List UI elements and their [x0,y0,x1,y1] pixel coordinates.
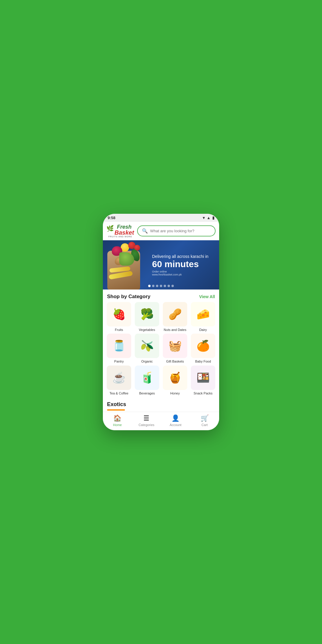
category-label-organic: Organic [141,359,153,363]
banner-content: Delivering all across karachi in 60 minu… [103,240,219,290]
search-icon: 🔍 [142,228,148,234]
banner-illustration [103,240,148,290]
dot-3 [156,285,158,287]
category-label-dairy: Dairy [199,328,207,332]
category-label-nuts-dates: Nuts and Dates [164,328,186,332]
bottom-navigation: 🏠Home☰Categories👤Account🛒Cart [103,412,219,430]
category-image-baby-food: 🍊 [191,334,215,358]
category-image-dairy: 🧀 [191,302,215,326]
nav-item-account[interactable]: 👤Account [161,414,190,427]
category-label-vegetables: Vegetables [139,328,155,332]
category-label-pantry: Pantry [114,359,124,363]
phone-frame: 9:58 ▾ ▲ ▮ 🌿 Fresh Basket FRUITS AND MOR… [103,214,219,430]
dot-4 [160,285,162,287]
category-label-baby-food: Baby Food [195,359,211,363]
dot-7 [171,285,174,287]
category-item-tea-coffee[interactable]: ☕Tea & Coffee [106,366,132,395]
category-item-fruits[interactable]: 🍓Fruits [106,302,132,332]
category-item-dairy[interactable]: 🧀Dairy [190,302,216,332]
category-item-baby-food[interactable]: 🍊Baby Food [190,334,216,363]
category-image-nuts-dates: 🥜 [163,302,187,326]
category-image-beverages: 🧃 [135,366,159,390]
signal-icon: ▲ [207,216,210,220]
nav-item-home[interactable]: 🏠Home [103,414,132,427]
exotics-title: Exotics [107,401,126,407]
category-image-snack-packs: 🍱 [191,366,215,390]
logo-basket: Basket [114,230,134,236]
category-image-pantry: 🫙 [107,334,131,358]
category-item-nuts-dates[interactable]: 🥜Nuts and Dates [162,302,188,332]
dot-1 [148,285,151,287]
category-image-organic: 🫒 [135,334,159,358]
exotics-underline [107,409,125,411]
exotics-section: Exotics [103,398,219,412]
category-image-vegetables: 🥦 [135,302,159,326]
category-item-beverages[interactable]: 🧃Beverages [134,366,160,395]
category-label-snack-packs: Snack Packs [193,391,213,395]
battery-icon: ▮ [212,216,214,220]
logo-subtitle: FRUITS AND MORE [109,236,132,238]
nav-icon-cart: 🛒 [201,414,209,422]
banner-dots [148,285,174,287]
app-logo[interactable]: 🌿 Fresh Basket FRUITS AND MORE [106,224,134,238]
nav-item-categories[interactable]: ☰Categories [132,414,161,427]
time: 9:58 [108,216,115,220]
view-all-button[interactable]: View All [199,294,215,299]
nav-label-cart: Cart [202,423,208,427]
shop-by-category-title: Shop by Category [107,294,150,300]
search-input[interactable] [150,229,211,233]
nav-icon-account: 👤 [171,414,179,422]
banner-line2: 60 minutes [152,259,215,269]
dot-5 [164,285,166,287]
status-bar: 9:58 ▾ ▲ ▮ [103,214,219,222]
category-image-honey: 🍯 [163,366,187,390]
logo-leaf-icon: 🌿 [106,225,114,232]
category-label-fruits: Fruits [115,328,123,332]
category-section-header: Shop by Category View All [103,290,219,302]
search-bar[interactable]: 🔍 [137,225,216,236]
dot-6 [168,285,170,287]
banner-text-area: Delivering all across karachi in 60 minu… [148,249,219,281]
nav-label-home: Home [113,423,122,427]
category-label-gift-baskets: Gift Baskets [166,359,184,363]
category-image-gift-baskets: 🧺 [163,334,187,358]
nav-label-account: Account [170,423,182,427]
category-item-organic[interactable]: 🫒Organic [134,334,160,363]
category-item-honey[interactable]: 🍯Honey [162,366,188,395]
category-item-gift-baskets[interactable]: 🧺Gift Baskets [162,334,188,363]
nav-label-categories: Categories [139,423,154,427]
nav-item-cart[interactable]: 🛒Cart [190,414,219,427]
nav-icon-home: 🏠 [113,414,121,422]
category-item-vegetables[interactable]: 🥦Vegetables [134,302,160,332]
wifi-icon: ▾ [203,216,205,220]
dot-2 [152,285,154,287]
banner-line1: Delivering all across karachi in [152,254,215,259]
category-item-pantry[interactable]: 🫙Pantry [106,334,132,363]
header: 🌿 Fresh Basket FRUITS AND MORE 🔍 [103,222,219,240]
category-label-beverages: Beverages [139,391,155,395]
nav-icon-categories: ☰ [143,414,149,422]
category-image-fruits: 🍓 [107,302,131,326]
banner-tagline: Order online www.freshbasket.com.pk [152,270,215,276]
category-label-honey: Honey [170,391,180,395]
category-item-snack-packs[interactable]: 🍱Snack Packs [190,366,216,395]
category-grid: 🍓Fruits🥦Vegetables🥜Nuts and Dates🧀Dairy🫙… [103,302,219,398]
status-icons: ▾ ▲ ▮ [203,216,214,220]
logo-fresh: Fresh [117,224,131,230]
category-image-tea-coffee: ☕ [107,366,131,390]
category-label-tea-coffee: Tea & Coffee [109,391,128,395]
banner: Delivering all across karachi in 60 minu… [103,240,219,290]
